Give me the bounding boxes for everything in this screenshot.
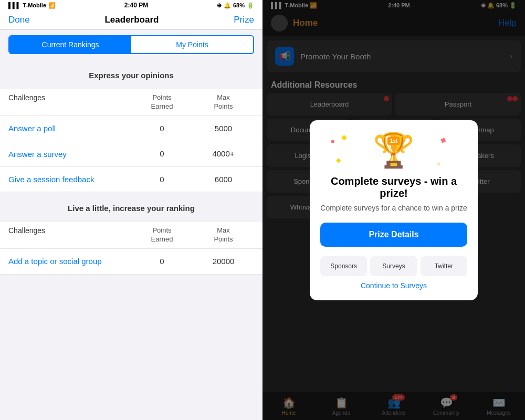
section1-header: Express your opinions [8, 65, 254, 84]
table-row: Add a topic or social group 0 20000 [0, 249, 262, 275]
left-status-bar: ▌▌▌ T-Mobile 📶 2:40 PM ⊕ 🔔 68% 🔋 [0, 0, 262, 10]
survey-points: 0 [131, 149, 193, 159]
poll-max: 5000 [193, 123, 254, 134]
leaderboard-scroll[interactable]: Express your opinions Challenges PointsE… [0, 59, 262, 420]
answer-survey-link[interactable]: Answer a survey [8, 150, 67, 159]
confetti-icon: ◆ [341, 133, 347, 141]
prize-button[interactable]: Prize [234, 15, 254, 25]
left-nav-bar: Done Leaderboard Prize [0, 10, 262, 30]
leaderboard-title: Leaderboard [104, 15, 159, 25]
table-row: Answer a survey 0 4000+ [0, 141, 262, 167]
topic-max: 20000 [193, 256, 254, 267]
segment-control: Current Rankings My Points [8, 35, 254, 54]
popup-card: ◆ ◆ ◆ ◆ ◆ 🏆 1st Complete surveys - win a… [310, 120, 478, 300]
status-time: 2:40 PM [124, 2, 148, 9]
table-row: Give a session feedback 0 6000 [0, 167, 262, 193]
status-battery: ⊕ 🔔 68% 🔋 [217, 2, 254, 9]
trophy-icon: 🏆 1st [373, 133, 415, 169]
confetti-icon: ◆ [336, 156, 341, 164]
table-section-2: Challenges PointsEarned MaxPoints Add a … [0, 222, 262, 274]
right-panel: ▌▌▌ T-Mobile 📶 2:40 PM ⊕ 🔔 68% 🔋 Home He… [262, 0, 525, 420]
survey-max: 4000+ [193, 149, 254, 159]
status-carrier: ▌▌▌ T-Mobile 📶 [8, 2, 56, 9]
answer-poll-link[interactable]: Answer a poll [8, 124, 56, 133]
popup-surveys-btn[interactable]: Surveys [370, 256, 417, 276]
left-panel: ▌▌▌ T-Mobile 📶 2:40 PM ⊕ 🔔 68% 🔋 Done Le… [0, 0, 262, 420]
popup-title: Complete surveys - win a prize! [320, 175, 467, 200]
popup-subtitle: Complete surveys for a chance to win a p… [320, 204, 467, 212]
table-header-row-1: Challenges PointsEarned MaxPoints [0, 89, 262, 116]
confetti-icon: ◆ [439, 134, 448, 144]
section2-header-row: Live a little, increase your ranking [0, 192, 262, 222]
col-challenge-header: Challenges [8, 93, 131, 111]
table-row: Answer a poll 0 5000 [0, 116, 262, 142]
popup-grid: Sponsors Surveys Twitter [320, 256, 467, 276]
session-feedback-link[interactable]: Give a session feedback [8, 175, 94, 184]
col-max-header: MaxPoints [193, 93, 254, 111]
col-challenge-header-2: Challenges [8, 226, 131, 244]
current-rankings-tab[interactable]: Current Rankings [9, 36, 131, 53]
table-section-1: Challenges PointsEarned MaxPoints Answer… [0, 89, 262, 192]
popup-sponsors-btn[interactable]: Sponsors [320, 256, 367, 276]
continue-to-surveys-link[interactable]: Continue to Surveys [320, 281, 467, 290]
confetti-icon: ◆ [437, 161, 441, 166]
done-button[interactable]: Done [8, 15, 30, 25]
topic-points: 0 [131, 256, 193, 267]
feedback-max: 6000 [193, 174, 254, 185]
popup-overlay: ◆ ◆ ◆ ◆ ◆ 🏆 1st Complete surveys - win a… [262, 0, 525, 420]
col-points-header: PointsEarned [131, 93, 193, 111]
my-points-tab[interactable]: My Points [131, 36, 253, 53]
poll-points: 0 [131, 123, 193, 134]
popup-twitter-btn[interactable]: Twitter [421, 256, 467, 276]
table-header-row-2: Challenges PointsEarned MaxPoints [0, 222, 262, 249]
section1-header-row: Express your opinions [0, 59, 262, 89]
col-points-header-2: PointsEarned [131, 226, 193, 244]
prize-details-button[interactable]: Prize Details [320, 223, 467, 247]
feedback-points: 0 [131, 174, 193, 185]
first-place-badge: 1st [387, 137, 400, 145]
section2-header: Live a little, increase your ranking [8, 197, 254, 217]
add-topic-link[interactable]: Add a topic or social group [8, 257, 102, 266]
col-max-header-2: MaxPoints [193, 226, 254, 244]
confetti-icon: ◆ [330, 137, 336, 144]
trophy-container: ◆ ◆ ◆ ◆ ◆ 🏆 1st [320, 133, 467, 169]
